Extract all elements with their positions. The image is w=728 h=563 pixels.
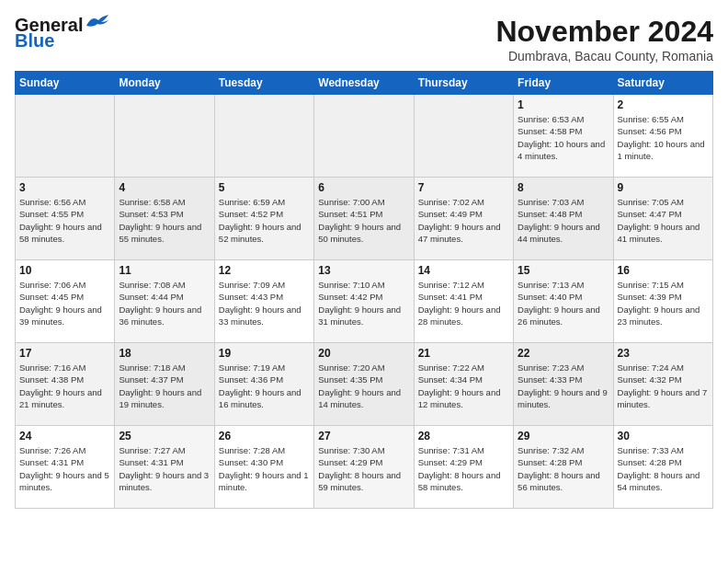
day-info: Sunrise: 7:03 AM Sunset: 4:48 PM Dayligh… [518,196,609,245]
day-info: Sunrise: 7:23 AM Sunset: 4:33 PM Dayligh… [518,362,609,410]
day-number: 11 [119,264,210,277]
day-info: Sunrise: 7:09 AM Sunset: 4:43 PM Dayligh… [219,279,310,327]
calendar-cell [214,95,313,178]
calendar-cell: 2Sunrise: 6:55 AM Sunset: 4:56 PM Daylig… [613,95,712,178]
calendar-cell: 19Sunrise: 7:19 AM Sunset: 4:36 PM Dayli… [214,343,313,426]
day-number: 2 [618,98,709,111]
logo-bird-icon [85,13,112,31]
day-number: 15 [518,264,609,277]
calendar-cell: 9Sunrise: 7:05 AM Sunset: 4:47 PM Daylig… [613,178,712,260]
calendar-cell: 30Sunrise: 7:33 AM Sunset: 4:28 PM Dayli… [613,426,712,509]
calendar-cell: 12Sunrise: 7:09 AM Sunset: 4:43 PM Dayli… [214,260,313,343]
col-header-thursday: Thursday [414,72,513,95]
day-number: 23 [618,347,709,360]
week-row-2: 3Sunrise: 6:56 AM Sunset: 4:55 PM Daylig… [16,178,713,260]
day-info: Sunrise: 7:02 AM Sunset: 4:49 PM Dayligh… [418,196,509,245]
day-info: Sunrise: 7:20 AM Sunset: 4:35 PM Dayligh… [318,362,409,410]
calendar-cell: 25Sunrise: 7:27 AM Sunset: 4:31 PM Dayli… [115,426,214,509]
day-info: Sunrise: 7:10 AM Sunset: 4:42 PM Dayligh… [318,279,409,327]
week-row-1: 1Sunrise: 6:53 AM Sunset: 4:58 PM Daylig… [16,95,713,178]
calendar-cell: 11Sunrise: 7:08 AM Sunset: 4:44 PM Dayli… [115,260,214,343]
calendar-cell: 14Sunrise: 7:12 AM Sunset: 4:41 PM Dayli… [414,260,513,343]
week-row-3: 10Sunrise: 7:06 AM Sunset: 4:45 PM Dayli… [16,260,713,343]
day-info: Sunrise: 7:27 AM Sunset: 4:31 PM Dayligh… [119,444,210,493]
day-number: 26 [219,430,310,442]
day-info: Sunrise: 7:13 AM Sunset: 4:40 PM Dayligh… [518,279,609,327]
day-number: 28 [418,430,509,442]
calendar-cell: 6Sunrise: 7:00 AM Sunset: 4:51 PM Daylig… [314,178,414,260]
calendar-cell: 13Sunrise: 7:10 AM Sunset: 4:42 PM Dayli… [314,260,414,343]
day-number: 21 [418,347,509,360]
day-number: 22 [518,347,609,360]
calendar-cell: 22Sunrise: 7:23 AM Sunset: 4:33 PM Dayli… [514,343,613,426]
calendar-cell: 7Sunrise: 7:02 AM Sunset: 4:49 PM Daylig… [414,178,513,260]
day-info: Sunrise: 6:58 AM Sunset: 4:53 PM Dayligh… [119,196,210,245]
calendar-cell: 15Sunrise: 7:13 AM Sunset: 4:40 PM Dayli… [514,260,613,343]
calendar-cell: 10Sunrise: 7:06 AM Sunset: 4:45 PM Dayli… [16,260,115,343]
day-number: 10 [19,264,110,277]
week-row-5: 24Sunrise: 7:26 AM Sunset: 4:31 PM Dayli… [16,426,713,509]
col-header-tuesday: Tuesday [214,72,313,95]
location-title: Dumbrava, Bacau County, Romania [495,49,713,63]
calendar-cell: 3Sunrise: 6:56 AM Sunset: 4:55 PM Daylig… [16,178,115,260]
day-number: 30 [618,430,709,442]
col-header-sunday: Sunday [16,72,115,95]
calendar-cell [314,95,414,178]
calendar-cell: 5Sunrise: 6:59 AM Sunset: 4:52 PM Daylig… [214,178,313,260]
day-info: Sunrise: 7:06 AM Sunset: 4:45 PM Dayligh… [19,279,110,327]
calendar-cell: 23Sunrise: 7:24 AM Sunset: 4:32 PM Dayli… [613,343,712,426]
col-header-saturday: Saturday [613,72,712,95]
day-number: 19 [219,347,310,360]
day-number: 17 [19,347,110,360]
day-number: 3 [19,181,110,194]
day-info: Sunrise: 7:15 AM Sunset: 4:39 PM Dayligh… [618,279,709,327]
day-number: 6 [318,181,409,194]
logo-blue: Blue [15,30,54,52]
day-info: Sunrise: 7:08 AM Sunset: 4:44 PM Dayligh… [119,279,210,327]
day-number: 5 [219,181,310,194]
day-number: 20 [318,347,409,360]
day-info: Sunrise: 7:30 AM Sunset: 4:29 PM Dayligh… [318,444,409,493]
day-number: 9 [618,181,709,194]
calendar-cell: 24Sunrise: 7:26 AM Sunset: 4:31 PM Dayli… [16,426,115,509]
day-info: Sunrise: 7:16 AM Sunset: 4:38 PM Dayligh… [19,362,110,410]
calendar-cell [115,95,214,178]
day-number: 8 [518,181,609,194]
day-info: Sunrise: 6:56 AM Sunset: 4:55 PM Dayligh… [19,196,110,245]
day-number: 7 [418,181,509,194]
day-info: Sunrise: 7:18 AM Sunset: 4:37 PM Dayligh… [119,362,210,410]
title-area: November 2024 Dumbrava, Bacau County, Ro… [495,15,713,63]
day-info: Sunrise: 7:31 AM Sunset: 4:29 PM Dayligh… [418,444,509,493]
col-header-friday: Friday [514,72,613,95]
day-number: 14 [418,264,509,277]
day-info: Sunrise: 6:55 AM Sunset: 4:56 PM Dayligh… [618,113,709,162]
day-info: Sunrise: 7:28 AM Sunset: 4:30 PM Dayligh… [219,444,310,493]
calendar-cell: 26Sunrise: 7:28 AM Sunset: 4:30 PM Dayli… [214,426,313,509]
calendar-cell: 18Sunrise: 7:18 AM Sunset: 4:37 PM Dayli… [115,343,214,426]
day-info: Sunrise: 7:22 AM Sunset: 4:34 PM Dayligh… [418,362,509,410]
calendar-cell [16,95,115,178]
calendar-cell: 29Sunrise: 7:32 AM Sunset: 4:28 PM Dayli… [514,426,613,509]
day-number: 12 [219,264,310,277]
header-row: SundayMondayTuesdayWednesdayThursdayFrid… [16,72,713,95]
logo: General Blue [15,15,112,52]
calendar-cell: 28Sunrise: 7:31 AM Sunset: 4:29 PM Dayli… [414,426,513,509]
calendar-cell: 1Sunrise: 6:53 AM Sunset: 4:58 PM Daylig… [514,95,613,178]
calendar-table: SundayMondayTuesdayWednesdayThursdayFrid… [15,71,713,509]
col-header-monday: Monday [115,72,214,95]
calendar-cell: 4Sunrise: 6:58 AM Sunset: 4:53 PM Daylig… [115,178,214,260]
day-number: 18 [119,347,210,360]
day-number: 16 [618,264,709,277]
day-info: Sunrise: 7:12 AM Sunset: 4:41 PM Dayligh… [418,279,509,327]
day-number: 13 [318,264,409,277]
day-info: Sunrise: 7:33 AM Sunset: 4:28 PM Dayligh… [618,444,709,493]
day-info: Sunrise: 7:00 AM Sunset: 4:51 PM Dayligh… [318,196,409,245]
day-info: Sunrise: 6:53 AM Sunset: 4:58 PM Dayligh… [518,113,609,162]
day-number: 24 [19,430,110,442]
day-number: 4 [119,181,210,194]
day-info: Sunrise: 7:19 AM Sunset: 4:36 PM Dayligh… [219,362,310,410]
calendar-cell: 17Sunrise: 7:16 AM Sunset: 4:38 PM Dayli… [16,343,115,426]
day-number: 27 [318,430,409,442]
week-row-4: 17Sunrise: 7:16 AM Sunset: 4:38 PM Dayli… [16,343,713,426]
calendar-cell: 16Sunrise: 7:15 AM Sunset: 4:39 PM Dayli… [613,260,712,343]
